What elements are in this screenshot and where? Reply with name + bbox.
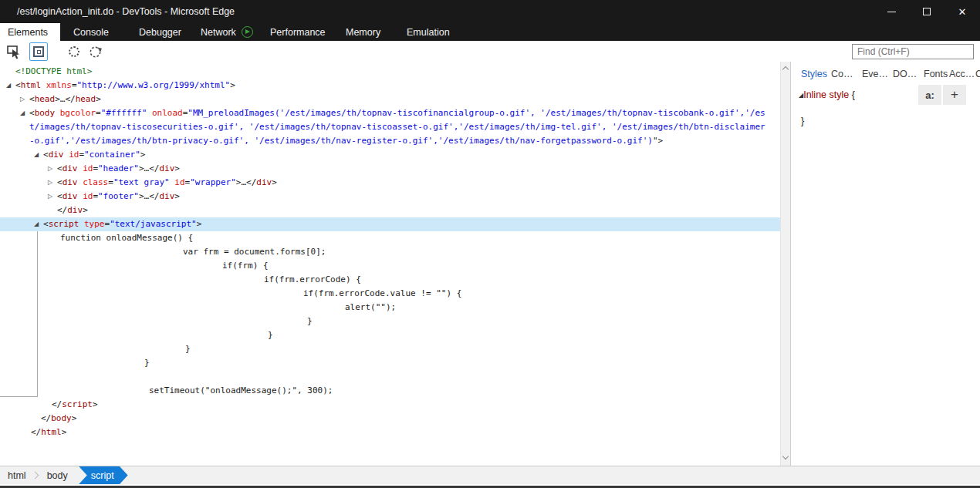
expanded-expander-icon[interactable]: ◢ xyxy=(20,106,28,120)
sidebar-tab-styles[interactable]: Styles xyxy=(801,69,827,79)
tab-memory[interactable]: Memory xyxy=(346,23,380,41)
collapsed-expander-icon[interactable]: ▷ xyxy=(48,162,56,176)
sidebar-tab-fonts[interactable]: Fonts xyxy=(924,69,948,79)
dom-tree-line[interactable]: } xyxy=(0,315,780,328)
expanded-expander-icon[interactable]: ◢ xyxy=(34,148,42,162)
breadcrumb-item-html[interactable]: html xyxy=(0,466,34,485)
code-token: html xyxy=(41,427,62,437)
tab-console[interactable]: Console xyxy=(73,23,109,41)
tree-scrollbar[interactable] xyxy=(780,62,790,466)
code-token: div xyxy=(49,150,64,160)
sidebar-tab-dom-breakpoints[interactable]: DO… xyxy=(893,69,917,79)
tab-network[interactable]: Network xyxy=(201,23,253,41)
breadcrumb-item-script[interactable]: script xyxy=(79,466,128,485)
dashed-circle-button[interactable] xyxy=(65,42,83,61)
dom-tree-line[interactable]: if(frm.errorCode.value != "") { xyxy=(0,287,780,301)
collapsed-expander-icon[interactable]: ▷ xyxy=(48,190,56,204)
dom-tree-line[interactable]: if(frm.errorCode) { xyxy=(0,273,780,287)
dom-tree-line[interactable]: ▷<div id="header">…</div> xyxy=(0,162,780,176)
code-token: < xyxy=(15,80,21,90)
code-token: script xyxy=(62,399,93,409)
dom-tree-line[interactable]: alert(""); xyxy=(0,301,780,315)
code-token: "text/javascript" xyxy=(110,219,197,229)
dom-tree-line[interactable]: <!DOCTYPE html> xyxy=(0,65,780,79)
tab-emulation[interactable]: Emulation xyxy=(407,23,450,41)
code-token: > xyxy=(62,427,67,437)
code-token: </ xyxy=(149,191,159,201)
code-token: "#ffffff" xyxy=(101,108,147,118)
code-token: > xyxy=(139,163,144,173)
tree-guide-line xyxy=(37,231,38,396)
collapsed-expander-icon[interactable]: ▷ xyxy=(48,176,56,190)
dom-tree-line[interactable]: var frm = document.forms[0]; xyxy=(0,245,780,259)
code-token: </ xyxy=(149,163,159,173)
maximize-button[interactable] xyxy=(909,0,945,23)
select-element-icon xyxy=(6,44,22,60)
dom-tree-line[interactable]: function onloadMessage() { xyxy=(0,231,780,245)
code-token: > xyxy=(72,413,77,423)
code-token xyxy=(41,80,46,90)
dom-tree-line[interactable]: ▷<div id="footer">…</div> xyxy=(0,190,780,204)
expanded-expander-icon[interactable]: ◢ xyxy=(6,79,14,93)
dom-tree-line[interactable]: ▷<div class="text gray" id="wrapper">…</… xyxy=(0,176,780,190)
dom-tree-line[interactable]: t/images/th/topnav-tiscosecurities-o.gif… xyxy=(0,120,780,134)
refresh-marker-button[interactable] xyxy=(86,42,105,61)
dom-tree-line[interactable]: </script> xyxy=(0,398,780,412)
dom-tree-line[interactable]: ◢<html xmlns="http://www.w3.org/1999/xht… xyxy=(0,79,780,93)
scroll-down-icon[interactable] xyxy=(782,453,789,459)
sidebar-tab-accessibility[interactable]: Acc… xyxy=(949,69,975,79)
dom-tree-line[interactable] xyxy=(0,370,780,384)
breadcrumb-item-body[interactable]: body xyxy=(39,466,76,485)
tab-performance[interactable]: Performance xyxy=(270,23,326,41)
scroll-up-icon[interactable] xyxy=(782,66,789,72)
dom-tree-line[interactable]: -o.gif','/est/images/th/btn-privacy-o.gi… xyxy=(0,134,780,148)
dom-tree-line[interactable]: </html> xyxy=(0,426,780,439)
close-button[interactable]: ✕ xyxy=(945,0,980,23)
collapsed-expander-icon[interactable]: ▷ xyxy=(20,93,28,106)
sidebar-tab-events[interactable]: Eve… xyxy=(862,69,888,79)
code-token: = xyxy=(79,150,84,160)
code-token: type xyxy=(84,219,105,229)
code-token: id xyxy=(69,150,79,160)
close-icon: ✕ xyxy=(958,7,967,17)
code-token: if(frm) { xyxy=(222,261,269,271)
dom-tree-line[interactable]: </div> xyxy=(0,204,780,217)
dom-tree-line[interactable]: </body> xyxy=(0,412,780,426)
dom-tree-line[interactable]: } xyxy=(0,356,780,370)
highlight-elements-button[interactable] xyxy=(29,42,48,61)
code-token: "footer" xyxy=(98,191,139,201)
minimize-button[interactable] xyxy=(874,0,909,23)
code-token: t/images/th/topnav-tiscosecurities-o.gif… xyxy=(29,122,765,132)
dom-tree-line[interactable]: ◢<div id="container"> xyxy=(0,148,780,162)
code-token: var frm = document.forms[0]; xyxy=(183,247,326,257)
dom-tree-line[interactable]: setTimeout("onloadMessage();", 300); xyxy=(0,384,780,398)
code-token: div xyxy=(159,163,174,173)
new-rule-button[interactable]: + xyxy=(943,85,966,105)
rule-open-brace: { xyxy=(849,89,855,100)
dom-tree-line[interactable]: ▷<head>…</head> xyxy=(0,93,780,106)
code-token: = xyxy=(96,108,101,118)
code-token: </ xyxy=(52,399,62,409)
rule-selector: Inline style xyxy=(803,89,849,100)
sidebar-tab-computed[interactable]: Co… xyxy=(831,69,853,79)
dom-tree-line[interactable]: ◢<script type="text/javascript"> xyxy=(0,217,780,231)
dom-tree-line[interactable]: } xyxy=(0,342,780,356)
find-input[interactable] xyxy=(852,44,974,59)
breadcrumb: htmlbodyscript xyxy=(0,466,980,484)
tab-label: Memory xyxy=(346,27,380,38)
inline-style-rule[interactable]: ◢Inline style { xyxy=(799,89,855,100)
network-record-icon[interactable] xyxy=(242,26,253,38)
tab-label: Performance xyxy=(270,27,326,38)
dom-tree-line[interactable]: ◢<body bgcolor="#ffffff" onload="MM_prel… xyxy=(0,106,780,120)
expanded-expander-icon[interactable]: ◢ xyxy=(34,217,42,231)
sidebar-tab-changes[interactable]: C xyxy=(975,69,980,79)
tab-debugger[interactable]: Debugger xyxy=(139,23,181,41)
tab-elements[interactable]: Elements xyxy=(0,23,60,41)
highlight-elements-icon xyxy=(33,46,44,57)
select-element-button[interactable] xyxy=(5,42,23,61)
rule-close-brace: } xyxy=(801,116,804,126)
tab-strip: › ? x ElementsConsoleDebuggerNetworkPerf… xyxy=(0,23,980,41)
dom-tree-line[interactable]: if(frm) { xyxy=(0,259,780,273)
computed-a-button[interactable]: a: xyxy=(918,85,941,105)
dom-tree-line[interactable]: } xyxy=(0,328,780,342)
